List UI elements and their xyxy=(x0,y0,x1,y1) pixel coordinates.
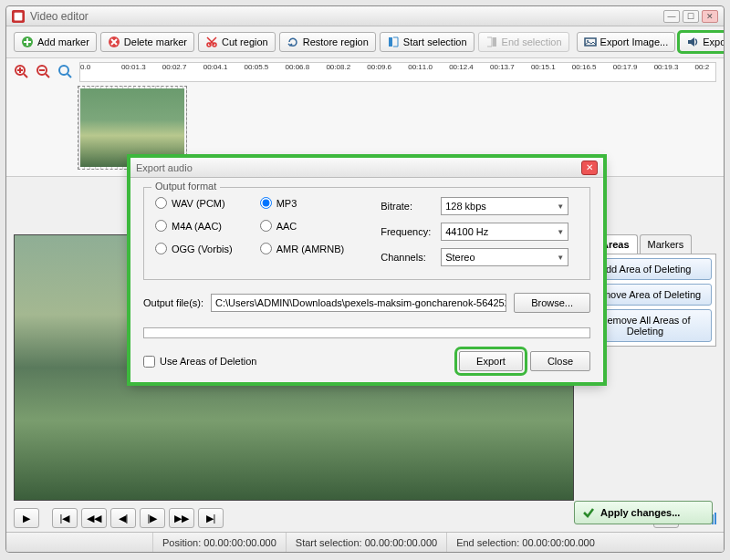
browse-label: Browse... xyxy=(531,297,573,308)
radio-aac-label: AAC xyxy=(276,221,297,232)
cut-region-label: Cut region xyxy=(222,36,268,47)
bitrate-select[interactable]: 128 kbps▼ xyxy=(441,197,568,215)
add-marker-button[interactable]: Add marker xyxy=(14,32,97,52)
delete-marker-label: Delete marker xyxy=(124,36,187,47)
radio-mp3-label: MP3 xyxy=(276,198,297,209)
plus-icon xyxy=(21,36,34,48)
export-audio-label: Export Audio... xyxy=(703,36,725,47)
use-areas-checkbox[interactable]: Use Areas of Deletion xyxy=(143,356,256,368)
delete-icon xyxy=(108,36,120,48)
step-back-button[interactable]: ◀| xyxy=(110,508,136,528)
titlebar: Video editor — ☐ ✕ xyxy=(6,6,724,26)
chevron-down-icon: ▼ xyxy=(557,202,564,211)
start-selection-label: Start selection xyxy=(403,36,467,47)
radio-aac[interactable]: AAC xyxy=(260,220,345,232)
check-icon xyxy=(582,506,595,519)
bitrate-label: Bitrate: xyxy=(381,201,435,212)
timeline-ruler[interactable]: 0.000:01.300:02.700:04.100:05.500:06.800… xyxy=(79,62,716,82)
output-format-legend: Output format xyxy=(151,181,220,192)
svg-rect-1 xyxy=(15,12,23,20)
output-path-value: C:\Users\ADMIN\Downloads\pexels-maksim-g… xyxy=(215,297,506,308)
frequency-value: 44100 Hz xyxy=(445,226,488,237)
step-fwd-button[interactable]: |▶ xyxy=(140,508,165,528)
export-label: Export xyxy=(476,356,506,367)
restore-icon xyxy=(287,36,299,48)
output-files-label: Output file(s): xyxy=(143,297,203,308)
chevron-down-icon: ▼ xyxy=(557,254,564,262)
position-value: 00.00:00:00.000 xyxy=(203,537,276,548)
radio-m4a-label: M4A (AAC) xyxy=(172,221,222,232)
forward-button[interactable]: ▶▶ xyxy=(169,508,194,528)
radio-mp3[interactable]: MP3 xyxy=(260,197,345,209)
radio-wav-label: WAV (PCM) xyxy=(172,198,225,209)
apply-label: Apply changes... xyxy=(600,507,680,518)
export-audio-button[interactable]: Export Audio... xyxy=(679,32,725,52)
statusbar: Position: 00.00:00:00.000 Start selectio… xyxy=(6,532,724,552)
main-window: Video editor — ☐ ✕ Add marker Delete mar… xyxy=(5,5,725,553)
position-label: Position: xyxy=(162,537,201,548)
channels-label: Channels: xyxy=(381,252,435,263)
radio-ogg-label: OGG (Vorbis) xyxy=(172,244,233,254)
scissors-icon xyxy=(205,36,218,48)
svg-rect-7 xyxy=(493,37,496,47)
zoom-out-icon[interactable] xyxy=(36,64,52,80)
play-button[interactable]: ▶ xyxy=(14,508,39,528)
go-end-button[interactable]: ▶| xyxy=(198,508,224,528)
end-sel-icon xyxy=(485,36,498,48)
export-image-button[interactable]: Export Image... xyxy=(577,32,676,52)
end-sel-label: End selection: xyxy=(456,537,519,548)
start-sel-label: Start selection: xyxy=(296,537,362,548)
dialog-close-button[interactable]: ✕ xyxy=(581,161,598,175)
svg-rect-6 xyxy=(389,37,392,47)
radio-ogg[interactable]: OGG (Vorbis) xyxy=(155,243,233,254)
channels-value: Stereo xyxy=(445,252,474,263)
go-start-button[interactable]: |◀ xyxy=(52,508,78,528)
restore-region-button[interactable]: Restore region xyxy=(279,32,376,52)
output-path-field[interactable]: C:\Users\ADMIN\Downloads\pexels-maksim-g… xyxy=(211,294,506,312)
restore-region-label: Restore region xyxy=(303,36,369,47)
radio-wav[interactable]: WAV (PCM) xyxy=(155,197,233,209)
radio-amr[interactable]: AMR (AMRNB) xyxy=(260,243,345,254)
output-format-group: Output format WAV (PCM) M4A (AAC) OGG (V… xyxy=(143,187,590,280)
window-title: Video editor xyxy=(30,10,661,23)
add-area-label: Add Area of Deleting xyxy=(600,264,692,275)
rewind-button[interactable]: ◀◀ xyxy=(81,508,107,528)
frequency-select[interactable]: 44100 Hz▼ xyxy=(441,223,568,241)
delete-marker-button[interactable]: Delete marker xyxy=(100,32,194,52)
radio-amr-label: AMR (AMRNB) xyxy=(276,244,345,254)
cut-region-button[interactable]: Cut region xyxy=(198,32,276,52)
apply-changes-button[interactable]: Apply changes... xyxy=(574,501,713,524)
channels-select[interactable]: Stereo▼ xyxy=(441,248,568,266)
close-label: Close xyxy=(548,356,573,367)
use-areas-label: Use Areas of Deletion xyxy=(160,356,256,367)
zoom-fit-icon[interactable] xyxy=(57,64,74,80)
export-audio-icon xyxy=(686,36,699,48)
export-progress xyxy=(143,327,590,338)
minimize-button[interactable]: — xyxy=(663,10,680,23)
remove-area-label: Remove Area of Deleting xyxy=(589,289,701,300)
browse-button[interactable]: Browse... xyxy=(514,293,590,313)
remove-all-label: Remove All Areas of Deleting xyxy=(600,315,690,337)
frequency-label: Frequency: xyxy=(381,226,435,237)
svg-rect-8 xyxy=(585,38,596,46)
radio-m4a[interactable]: M4A (AAC) xyxy=(155,220,233,232)
export-image-icon xyxy=(584,36,597,48)
zoom-in-icon[interactable] xyxy=(14,64,30,80)
start-sel-value: 00.00:00:00.000 xyxy=(365,537,438,548)
end-selection-button: End selection xyxy=(478,32,569,52)
tab-markers[interactable]: Markers xyxy=(640,234,693,254)
bitrate-value: 128 kbps xyxy=(445,201,486,212)
app-icon xyxy=(12,10,25,23)
tab-markers-label: Markers xyxy=(648,239,684,250)
dialog-title: Export audio xyxy=(136,162,581,173)
close-dialog-button[interactable]: Close xyxy=(530,351,590,371)
start-selection-button[interactable]: Start selection xyxy=(380,32,474,52)
export-image-label: Export Image... xyxy=(600,36,669,47)
start-sel-icon xyxy=(387,36,400,48)
maximize-button[interactable]: ☐ xyxy=(683,10,699,23)
main-toolbar: Add marker Delete marker Cut region Rest… xyxy=(6,26,724,58)
end-selection-label: End selection xyxy=(502,36,562,47)
svg-point-12 xyxy=(59,66,68,75)
close-window-button[interactable]: ✕ xyxy=(702,10,718,23)
export-button[interactable]: Export xyxy=(459,351,523,371)
